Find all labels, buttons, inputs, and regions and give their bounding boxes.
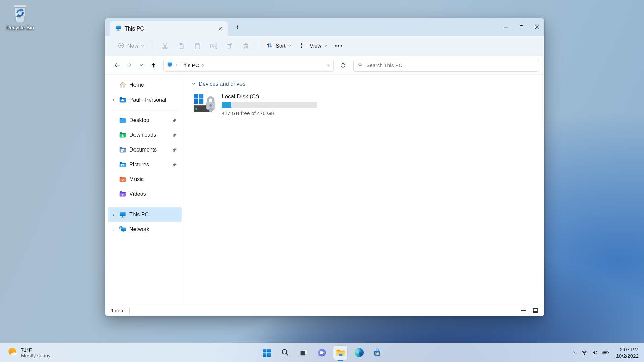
chevron-placeholder bbox=[109, 192, 118, 196]
sidebar-item-this-pc[interactable]: This PC bbox=[108, 207, 182, 222]
file-explorer-button[interactable] bbox=[333, 346, 347, 360]
address-bar[interactable]: › This PC › bbox=[163, 59, 334, 72]
new-button[interactable]: New bbox=[114, 39, 149, 53]
chevron-placeholder bbox=[109, 83, 118, 87]
onedrive-folder-icon bbox=[118, 96, 128, 104]
navigation-pane: Home Paul - Personal bbox=[105, 75, 183, 305]
network-icon bbox=[118, 226, 128, 233]
chevron-placeholder bbox=[109, 133, 118, 137]
details-view-button[interactable] bbox=[518, 306, 528, 315]
battery-icon[interactable] bbox=[600, 346, 611, 359]
pin-icon bbox=[172, 147, 177, 153]
task-view-button[interactable] bbox=[297, 346, 311, 360]
this-pc-monitor-icon bbox=[167, 62, 173, 69]
sidebar-item-videos[interactable]: Videos bbox=[108, 187, 182, 201]
paste-button[interactable] bbox=[189, 39, 205, 53]
new-tab-button[interactable] bbox=[232, 21, 243, 33]
show-hidden-icons-button[interactable] bbox=[568, 346, 579, 359]
microsoft-store-button[interactable] bbox=[370, 346, 384, 360]
close-button[interactable] bbox=[529, 18, 544, 36]
navigation-bar: › This PC › bbox=[105, 56, 544, 75]
devices-and-drives-group[interactable]: Devices and drives bbox=[192, 81, 544, 87]
pin-icon bbox=[172, 133, 177, 138]
view-button[interactable]: View bbox=[296, 39, 331, 53]
sidebar-item-music[interactable]: Music bbox=[108, 172, 182, 186]
large-thumbnails-view-button[interactable] bbox=[530, 306, 540, 315]
delete-button[interactable] bbox=[237, 39, 254, 53]
music-folder-icon bbox=[118, 176, 128, 183]
downloads-folder-icon bbox=[118, 131, 128, 139]
this-pc-monitor-icon bbox=[115, 25, 121, 33]
sidebar-item-documents[interactable]: Documents bbox=[108, 143, 182, 157]
drive-local-disk-c[interactable]: Local Disk (C:) 427 GB free of 476 GB bbox=[192, 92, 322, 118]
sidebar-item-network[interactable]: Network bbox=[108, 222, 182, 236]
recent-locations-button[interactable] bbox=[135, 59, 147, 71]
address-dropdown-chevron-icon[interactable] bbox=[326, 62, 330, 68]
refresh-button[interactable] bbox=[337, 59, 349, 71]
edge-button[interactable] bbox=[352, 346, 366, 360]
breadcrumb-chevron-icon: › bbox=[202, 62, 204, 68]
wifi-icon[interactable] bbox=[579, 346, 590, 359]
sidebar-divider bbox=[112, 204, 180, 204]
expand-chevron-icon[interactable] bbox=[109, 228, 118, 231]
item-count: 1 item bbox=[111, 308, 125, 313]
chevron-placeholder bbox=[109, 148, 118, 152]
search-input[interactable] bbox=[366, 62, 539, 68]
sidebar-item-home[interactable]: Home bbox=[108, 78, 182, 92]
chevron-down-icon bbox=[324, 43, 328, 49]
search-icon bbox=[358, 62, 363, 69]
more-options-button[interactable]: ••• bbox=[332, 39, 346, 53]
caption-controls bbox=[498, 18, 544, 36]
pin-icon bbox=[172, 162, 177, 167]
sidebar-item-onedrive-personal[interactable]: Paul - Personal bbox=[108, 93, 182, 107]
videos-folder-icon bbox=[118, 190, 128, 198]
maximize-button[interactable] bbox=[514, 18, 529, 36]
volume-icon[interactable] bbox=[590, 346, 600, 359]
disk-usage-bar bbox=[222, 102, 317, 108]
weather-widget[interactable]: 71°F Mostly sunny bbox=[4, 343, 54, 362]
weather-temperature: 71°F bbox=[21, 347, 51, 353]
tab-close-button[interactable] bbox=[216, 24, 225, 34]
sort-button[interactable]: Sort bbox=[262, 39, 296, 53]
tab-this-pc[interactable]: This PC bbox=[110, 21, 228, 36]
status-separator bbox=[129, 308, 130, 313]
expand-chevron-icon[interactable] bbox=[109, 98, 118, 102]
explorer-running-indicator bbox=[338, 360, 343, 361]
sidebar-item-pictures[interactable]: Pictures bbox=[108, 158, 182, 172]
start-button[interactable] bbox=[260, 346, 274, 360]
documents-folder-icon bbox=[118, 146, 128, 154]
this-pc-monitor-icon bbox=[118, 211, 128, 218]
chevron-placeholder bbox=[109, 119, 118, 122]
command-toolbar: New bbox=[105, 36, 544, 56]
copy-button[interactable] bbox=[173, 39, 189, 53]
forward-button[interactable] bbox=[123, 59, 135, 71]
up-button[interactable] bbox=[147, 59, 159, 71]
search-taskbar-button[interactable] bbox=[278, 346, 292, 360]
recycle-bin[interactable]: Recycle Bin bbox=[5, 3, 36, 31]
chevron-placeholder bbox=[109, 178, 118, 181]
drive-bitlocker-icon bbox=[193, 93, 218, 116]
chat-button[interactable] bbox=[315, 346, 329, 360]
chevron-down-icon bbox=[141, 43, 145, 49]
cut-button[interactable] bbox=[157, 39, 173, 53]
view-list-icon bbox=[300, 42, 307, 50]
sidebar-divider bbox=[112, 110, 180, 110]
tab-strip: This PC bbox=[105, 18, 544, 36]
drive-info: Local Disk (C:) 427 GB free of 476 GB bbox=[222, 93, 317, 116]
share-button[interactable] bbox=[221, 39, 237, 53]
drive-name: Local Disk (C:) bbox=[222, 93, 317, 100]
collapse-chevron-icon bbox=[192, 81, 196, 87]
chevron-down-icon bbox=[288, 43, 292, 49]
clock-widget[interactable]: 2:07 PM 10/2/2022 bbox=[614, 346, 641, 359]
sidebar-item-desktop[interactable]: Desktop bbox=[108, 113, 182, 127]
back-button[interactable] bbox=[111, 59, 123, 71]
expand-chevron-icon[interactable] bbox=[109, 213, 118, 217]
breadcrumb-this-pc[interactable]: This PC bbox=[180, 62, 199, 68]
sidebar-item-downloads[interactable]: Downloads bbox=[108, 128, 182, 142]
desktop: Recycle Bin This PC bbox=[0, 0, 644, 362]
minimize-button[interactable] bbox=[498, 18, 514, 36]
rename-button[interactable] bbox=[205, 39, 221, 53]
search-box[interactable] bbox=[353, 59, 539, 72]
disk-usage-fill bbox=[222, 102, 231, 108]
desktop-folder-icon bbox=[118, 117, 128, 124]
